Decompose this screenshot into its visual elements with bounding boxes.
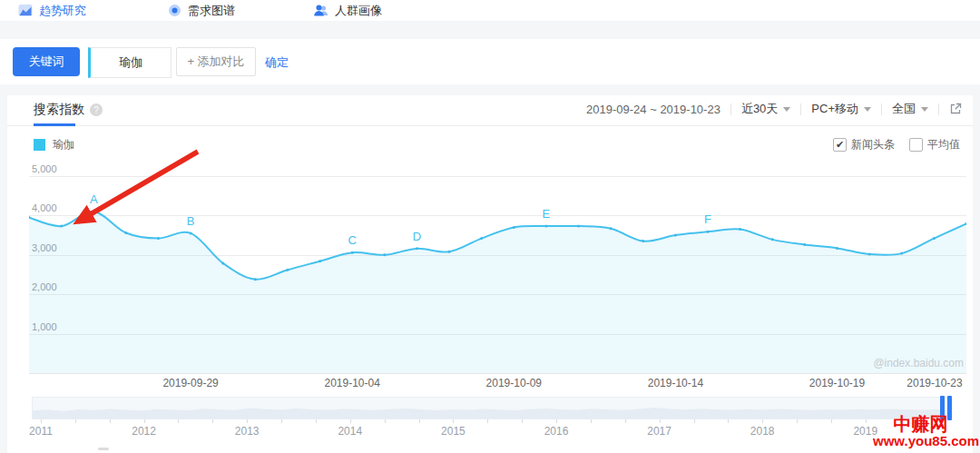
divider — [800, 103, 801, 115]
headline-marker-C[interactable]: C — [348, 233, 357, 247]
chevron-down-icon — [864, 107, 871, 112]
data-point[interactable] — [254, 278, 257, 281]
data-point[interactable] — [674, 234, 677, 237]
timeline-tick — [591, 419, 592, 423]
nav-label: 趋势研究 — [39, 3, 86, 19]
legend-label: 瑜伽 — [53, 137, 74, 153]
timeline-tick — [316, 419, 317, 423]
data-point[interactable] — [190, 231, 192, 234]
region-dropdown[interactable]: 全国 — [892, 101, 928, 117]
headline-marker-F[interactable]: F — [704, 212, 711, 226]
add-compare-button[interactable]: + 添加对比 — [176, 47, 256, 76]
checkbox-checked-icon: ✔ — [833, 138, 847, 152]
series-legend[interactable]: 瑜伽 — [34, 137, 74, 153]
data-point[interactable] — [124, 231, 127, 234]
external-link-icon[interactable] — [949, 103, 962, 115]
timeline-tick — [797, 419, 798, 423]
keyword-input[interactable] — [88, 47, 172, 78]
headline-marker-B[interactable]: B — [187, 214, 195, 228]
headlines-checkbox[interactable]: ✔ 新闻头条 — [833, 137, 895, 153]
timeline-sparkline — [33, 398, 950, 419]
site-watermark: 中赚网 www.you85.com — [873, 415, 979, 448]
data-point[interactable] — [739, 228, 741, 231]
tab-search-index[interactable]: 搜索指数 ? — [34, 102, 103, 118]
timeline-tick — [487, 419, 488, 423]
headline-marker-E[interactable]: E — [543, 207, 551, 221]
nav-crowd-portrait[interactable]: 人群画像 — [313, 0, 382, 21]
timeline-year-label: 2015 — [430, 425, 475, 438]
x-axis-label: 2019-09-29 — [150, 377, 231, 389]
data-point[interactable] — [383, 253, 386, 256]
data-point[interactable] — [933, 237, 936, 240]
data-point[interactable] — [351, 251, 354, 254]
data-point[interactable] — [836, 247, 838, 250]
timeline-year-label: 2016 — [534, 425, 579, 438]
panel-header: 搜索指数 ? 2019-09-24 ~ 2019-10-23 近30天 PC+移… — [7, 95, 973, 126]
data-point[interactable] — [93, 211, 95, 213]
x-axis-label: 2019-10-23 — [894, 377, 975, 389]
confirm-button[interactable]: 确定 — [265, 54, 289, 71]
chart-controls: 2019-09-24 ~ 2019-10-23 近30天 PC+移动 全国 — [586, 95, 962, 123]
timeline-tick — [41, 419, 42, 423]
timeline-tick — [75, 419, 76, 423]
timeline-tick — [694, 419, 695, 423]
data-point[interactable] — [416, 247, 418, 250]
data-point[interactable] — [577, 225, 580, 228]
timeline-year-label: 2012 — [122, 425, 167, 438]
nav-trend-research[interactable]: 趋势研究 — [18, 0, 86, 21]
data-point[interactable] — [318, 260, 321, 262]
data-point[interactable] — [157, 237, 160, 240]
radar-dot-icon — [168, 4, 181, 17]
timeline-slider[interactable] — [32, 397, 951, 419]
platform-dropdown[interactable]: PC+移动 — [811, 101, 871, 117]
data-point[interactable] — [610, 227, 612, 230]
nav-demand-graph[interactable]: 需求图谱 — [168, 0, 235, 21]
timeline-year-label: 2018 — [740, 425, 785, 438]
timeline-tick — [385, 419, 386, 423]
help-icon[interactable]: ? — [90, 103, 103, 116]
timeline-tick — [144, 419, 145, 423]
data-point[interactable] — [707, 231, 710, 233]
data-point[interactable] — [513, 226, 515, 229]
nav-label: 需求图谱 — [188, 3, 235, 19]
average-checkbox[interactable]: 平均值 — [909, 137, 960, 153]
x-axis-label: 2019-10-04 — [311, 377, 393, 389]
data-point[interactable] — [286, 269, 289, 271]
top-nav: 趋势研究 需求图谱 人群画像 — [0, 0, 980, 21]
user-icon — [313, 4, 328, 17]
data-point[interactable] — [448, 251, 451, 253]
timeline-tick — [281, 419, 282, 423]
timeline-tick — [350, 419, 351, 423]
timeline-tick — [212, 419, 213, 423]
divider — [881, 103, 882, 115]
data-point[interactable] — [221, 261, 224, 264]
chevron-down-icon — [921, 107, 928, 112]
timeline-tick — [110, 419, 111, 423]
line-chart-canvas[interactable]: ABCDEF — [29, 163, 966, 374]
data-point[interactable] — [803, 243, 806, 246]
site-watermark-url: www.you85.com — [873, 434, 979, 448]
data-point[interactable] — [900, 252, 903, 255]
chevron-down-icon — [783, 107, 790, 112]
timeline-year-label: 2013 — [224, 425, 270, 438]
x-axis-label: 2019-10-14 — [634, 377, 716, 389]
keyword-button[interactable]: 关键词 — [13, 47, 80, 76]
data-point[interactable] — [642, 240, 644, 242]
timeline-year-label: 2017 — [637, 425, 682, 438]
data-point[interactable] — [544, 225, 547, 228]
overlay-toggles: ✔ 新闻头条 平均值 — [833, 137, 960, 153]
data-point[interactable] — [480, 237, 483, 240]
divider — [938, 103, 939, 115]
data-point[interactable] — [60, 225, 63, 228]
headline-marker-D[interactable]: D — [413, 230, 421, 243]
below-fold-partial — [98, 448, 109, 450]
timeline-tick — [419, 419, 420, 423]
timeline-tick — [453, 419, 454, 423]
data-point[interactable] — [868, 252, 871, 255]
headline-marker-A[interactable]: A — [90, 192, 98, 206]
timeline-tick — [178, 419, 179, 423]
data-point[interactable] — [771, 238, 774, 241]
timeline-tick — [522, 419, 523, 423]
baidu-index-page: 趋势研究 需求图谱 人群画像 关键词 + 添加对比 确定 搜索指数 ? 2019… — [0, 0, 980, 453]
range-dropdown[interactable]: 近30天 — [741, 101, 790, 117]
